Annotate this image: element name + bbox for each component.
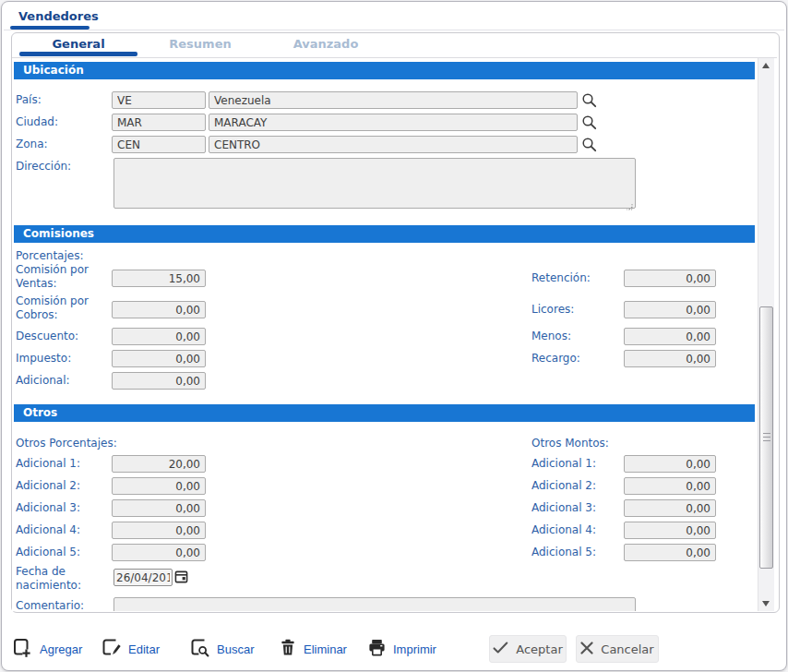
impuesto-label: Impuesto:: [16, 352, 71, 366]
cancelar-label: Cancelar: [601, 642, 653, 656]
search-document-icon: [190, 638, 210, 661]
impuesto-input[interactable]: [112, 350, 206, 367]
otros-pct-adicional3-label: Adicional 3:: [16, 501, 80, 515]
scrollbar-up-button[interactable]: [758, 58, 774, 73]
arrow-up-icon: [762, 63, 770, 68]
otros-pct-adicional1-input[interactable]: [112, 455, 206, 473]
otros-monto-adicional1-input[interactable]: [624, 455, 716, 473]
comision-cobros-input[interactable]: [112, 301, 206, 318]
otros-pct-adicional5-label: Adicional 5:: [16, 546, 80, 559]
otros-monto-adicional2-input[interactable]: [624, 477, 716, 495]
printer-icon: [367, 638, 387, 660]
vertical-scrollbar[interactable]: [758, 58, 774, 611]
tab-general-label: General: [52, 37, 104, 51]
aceptar-button[interactable]: Aceptar: [489, 635, 567, 663]
tab-general[interactable]: General: [19, 35, 137, 54]
zona-name-input[interactable]: [209, 136, 578, 153]
pais-code-input[interactable]: [112, 91, 206, 109]
zona-label: Zona:: [16, 138, 48, 151]
window-frame: Vendedores General Resumen Avanzado Ubic…: [1, 1, 787, 671]
x-icon: [580, 642, 593, 657]
vendedores-app: Vendedores General Resumen Avanzado Ubic…: [0, 0, 788, 672]
otros-pct-adicional1-label: Adicional 1:: [16, 457, 80, 471]
section-header-otros: Otros: [14, 404, 755, 422]
arrow-down-icon: [762, 601, 770, 606]
porcentajes-subtitle: Porcentajes:: [16, 249, 83, 263]
descuento-input[interactable]: [112, 328, 206, 345]
imprimir-label: Imprimir: [393, 642, 436, 656]
add-document-icon: [13, 638, 33, 661]
ciudad-search-icon[interactable]: [581, 114, 597, 130]
otros-pct-adicional2-input[interactable]: [112, 477, 206, 495]
adicional-label: Adicional:: [16, 374, 70, 388]
recargo-label: Recargo:: [531, 352, 580, 366]
otros-monto-adicional3-input[interactable]: [624, 499, 716, 517]
window-title: Vendedores: [18, 9, 99, 23]
comentario-textarea[interactable]: [113, 597, 636, 611]
otros-pct-adicional3-input[interactable]: [112, 499, 206, 517]
otros-monto-adicional4-input[interactable]: [624, 522, 716, 539]
title-divider: [4, 30, 784, 30]
editar-label: Editar: [128, 642, 160, 656]
buscar-button[interactable]: Buscar: [190, 637, 254, 661]
menos-input[interactable]: [624, 328, 716, 345]
tab-resumen[interactable]: Resumen: [137, 35, 263, 54]
menos-label: Menos:: [531, 330, 571, 343]
otros-monto-adicional3-label: Adicional 3:: [531, 501, 596, 515]
descuento-label: Descuento:: [16, 330, 78, 343]
tab-panel: General Resumen Avanzado Ubicación País:…: [11, 32, 780, 613]
otros-pct-adicional4-label: Adicional 4:: [16, 523, 80, 537]
otros-monto-adicional4-label: Adicional 4:: [531, 523, 596, 537]
ciudad-name-input[interactable]: [209, 114, 578, 131]
direccion-resize-handle[interactable]: [625, 198, 634, 207]
active-tab-indicator: [19, 52, 137, 56]
adicional-input[interactable]: [112, 372, 206, 390]
otros-porcentajes-subtitle: Otros Porcentajes:: [16, 437, 117, 450]
form-scroll-area: Ubicación País: Ciudad: Zona:: [12, 57, 777, 611]
comision-ventas-input[interactable]: [112, 270, 206, 287]
retencion-input[interactable]: [624, 270, 716, 287]
direccion-textarea[interactable]: [113, 158, 636, 209]
licores-label: Licores:: [531, 303, 574, 317]
ciudad-code-input[interactable]: [112, 114, 206, 131]
imprimir-button[interactable]: Imprimir: [367, 637, 436, 661]
ciudad-label: Ciudad:: [16, 115, 58, 129]
recargo-input[interactable]: [624, 350, 716, 367]
otros-pct-adicional2-label: Adicional 2:: [16, 479, 80, 493]
pais-name-input[interactable]: [209, 91, 578, 109]
edit-document-icon: [101, 638, 122, 661]
section-header-ubicacion: Ubicación: [14, 62, 755, 79]
retencion-label: Retención:: [531, 271, 591, 285]
trash-icon: [279, 638, 297, 660]
editar-button[interactable]: Editar: [101, 637, 160, 661]
licores-input[interactable]: [624, 301, 716, 318]
pais-label: País:: [16, 93, 42, 107]
otros-monto-adicional5-label: Adicional 5:: [531, 546, 596, 559]
section-header-comisiones: Comisiones: [14, 225, 755, 243]
zona-code-input[interactable]: [112, 136, 206, 153]
eliminar-button[interactable]: Eliminar: [279, 637, 347, 661]
agregar-button[interactable]: Agregar: [13, 637, 82, 661]
otros-pct-adicional4-input[interactable]: [112, 522, 206, 539]
calendar-icon[interactable]: [174, 570, 190, 585]
comentario-label: Comentario:: [16, 599, 84, 611]
check-icon: [493, 642, 508, 656]
fecha-nacimiento-input[interactable]: [113, 569, 173, 586]
zona-search-icon[interactable]: [581, 137, 597, 152]
cancelar-button[interactable]: Cancelar: [576, 635, 659, 663]
tab-avanzado[interactable]: Avanzado: [263, 35, 388, 54]
eliminar-label: Eliminar: [304, 642, 347, 656]
agregar-label: Agregar: [40, 642, 82, 656]
otros-montos-subtitle: Otros Montos:: [531, 437, 609, 450]
otros-monto-adicional5-input[interactable]: [624, 544, 716, 561]
comision-cobros-label: Comisión por Cobros:: [16, 294, 108, 322]
otros-pct-adicional5-input[interactable]: [112, 544, 206, 561]
pais-search-icon[interactable]: [581, 92, 597, 108]
aceptar-label: Aceptar: [516, 642, 562, 656]
otros-monto-adicional2-label: Adicional 2:: [531, 479, 596, 493]
comision-ventas-label: Comisión por Ventas:: [16, 263, 108, 291]
scrollbar-down-button[interactable]: [758, 596, 774, 611]
tab-avanzado-label: Avanzado: [293, 37, 359, 51]
scrollbar-thumb[interactable]: [759, 306, 773, 569]
scrollbar-grip-icon: [763, 433, 770, 441]
